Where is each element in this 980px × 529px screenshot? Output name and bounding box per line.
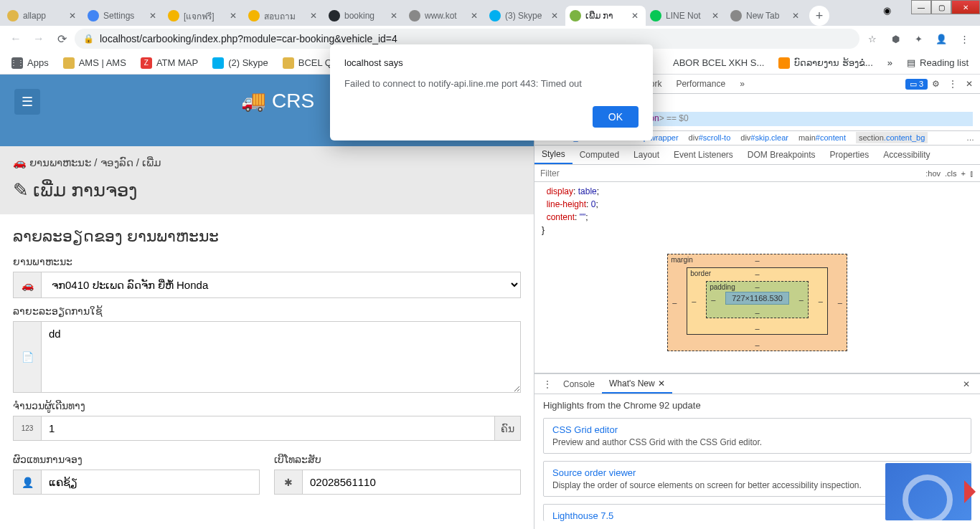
browser-tab[interactable]: LINE Not✕	[646, 6, 726, 26]
vehicle-label: ຍານພາຫະນະ	[13, 256, 521, 267]
devtools-issues-badge[interactable]: ▭ 3	[905, 79, 928, 90]
nav-reload[interactable]: ⟳	[52, 29, 72, 49]
tab-title: ເພີ່ມ ກາ	[585, 11, 631, 21]
tab-close-icon[interactable]: ✕	[69, 11, 79, 21]
drawer-close-icon[interactable]: ✕	[957, 379, 976, 389]
detail-textarea[interactable]: dd	[42, 321, 521, 393]
bookmark-item[interactable]: AMS | AMS	[57, 53, 132, 73]
breadcrumb: 🚗 ຍານພາຫະນະ / ຈອງລົດ / ເພີ່ມ	[0, 146, 534, 179]
bookmark-item[interactable]: ZATM MAP	[135, 53, 204, 73]
highlights-title: Highlights from the Chrome 92 update	[543, 400, 971, 411]
reading-list[interactable]: ▤Reading list	[901, 53, 974, 73]
browser-tab[interactable]: [แจกฟรี] ✕	[164, 6, 244, 26]
tab-favicon	[650, 10, 661, 22]
doc-addon-icon: 📄	[13, 321, 42, 393]
devtools-settings-icon[interactable]: ⚙	[928, 79, 944, 89]
nav-forward[interactable]: →	[29, 29, 49, 49]
tab-close-icon[interactable]: ✕	[310, 11, 320, 21]
tab-close-icon[interactable]: ✕	[792, 11, 802, 21]
vehicle-select[interactable]: ຈກ0410 ປະເພດ ລົດຈັກ ຍີ່ຫໍ້ Honda	[42, 272, 521, 298]
edit-icon: ✎	[13, 179, 29, 201]
devtools-close-icon[interactable]: ✕	[961, 79, 977, 89]
phone-input[interactable]	[303, 470, 521, 495]
browser-tab[interactable]: allapp✕	[3, 6, 83, 26]
extensions-icon[interactable]: ✦	[908, 29, 928, 49]
browser-tab[interactable]: ເພີ່ມ ກາ✕	[565, 6, 646, 26]
apps-shortcut[interactable]: ⋮⋮Apps	[6, 53, 55, 73]
tab-favicon	[168, 10, 179, 22]
tab-title: allapp	[23, 11, 69, 21]
tab-title: (3) Skype	[505, 11, 551, 21]
tab-close-icon[interactable]: ✕	[390, 11, 400, 21]
breadcrumb-seg[interactable]: ຍານພາຫະນະ	[29, 156, 91, 168]
browser-tab[interactable]: www.kot✕	[405, 6, 485, 26]
add-rule[interactable]: +	[961, 169, 966, 178]
tab-close-icon[interactable]: ✕	[551, 11, 561, 21]
chrome-profile-icon[interactable]: ◉	[877, 0, 897, 20]
browser-tab[interactable]: (3) Skype✕	[485, 6, 565, 26]
drawer-tab-console[interactable]: Console	[556, 374, 602, 394]
devtools-more-icon[interactable]: ⋮	[944, 79, 961, 89]
window-maximize[interactable]: ▢	[931, 0, 951, 14]
cls-toggle[interactable]: .cls	[945, 169, 957, 178]
url-text: localhost/carbooking/index.php?module=ca…	[100, 33, 397, 44]
passengers-unit: ຄົນ	[495, 416, 521, 441]
nav-back[interactable]: ←	[6, 29, 26, 49]
tab-favicon	[570, 10, 581, 22]
browser-tab[interactable]: สอบถาม✕	[244, 6, 324, 26]
bookmark-item[interactable]: ABOR BCEL XKH S...	[667, 53, 770, 73]
tab-favicon	[489, 10, 501, 22]
browser-tab[interactable]: New Tab✕	[726, 6, 806, 26]
hamburger-menu[interactable]: ☰	[14, 89, 40, 115]
tab-close-icon[interactable]: ✕	[631, 11, 641, 21]
tab-favicon	[88, 10, 99, 22]
video-thumbnail[interactable]	[885, 463, 971, 520]
window-close[interactable]: ✕	[951, 0, 980, 14]
dialog-message: Failed to connect to notify-api.line.me …	[344, 78, 639, 89]
star-icon[interactable]: ☆	[862, 29, 882, 49]
passengers-input[interactable]	[42, 416, 495, 441]
new-tab-button[interactable]: +	[809, 6, 829, 26]
page-title: ✎ ເພີ່ມ ການຈອງ	[0, 179, 534, 214]
styles-tab[interactable]: Properties	[823, 146, 877, 164]
bookmark-item[interactable]: ບົດລາຍງານ ຮ້ອງຂໍ...	[773, 53, 878, 73]
tab-close-icon[interactable]: ✕	[712, 11, 722, 21]
devtools-tab-performance[interactable]: Performance	[669, 75, 732, 93]
styles-tab[interactable]: Styles	[534, 146, 573, 164]
styles-tab[interactable]: Computed	[573, 146, 626, 164]
styles-filter-input[interactable]	[540, 168, 921, 178]
truck-icon: 🚚	[241, 89, 266, 113]
tab-close-icon[interactable]: ✕	[471, 11, 481, 21]
tab-title: booking	[344, 11, 390, 21]
bookmarks-overflow[interactable]: »	[882, 53, 898, 73]
browser-tab[interactable]: Settings✕	[83, 6, 164, 26]
breadcrumb-seg: ເພີ່ມ	[142, 156, 161, 168]
styles-tab[interactable]: DOM Breakpoints	[740, 146, 823, 164]
tab-title: LINE Not	[666, 11, 712, 21]
tab-favicon	[730, 10, 742, 22]
bookmark-item[interactable]: (2) Skype	[207, 53, 274, 73]
breadcrumb-seg[interactable]: ຈອງລົດ	[100, 156, 133, 168]
styles-tab[interactable]: Accessibility	[876, 146, 937, 164]
drawer-more-icon[interactable]: ⋮	[539, 379, 556, 389]
user-addon-icon: 👤	[13, 470, 42, 495]
tab-close-icon[interactable]: ✕	[149, 11, 159, 21]
chrome-menu-icon[interactable]: ⋮	[954, 29, 974, 49]
styles-tab[interactable]: Layout	[626, 146, 666, 164]
css-rules[interactable]: display: table; line-height: 0; content:…	[534, 182, 980, 239]
drawer-tab-whatsnew[interactable]: What's New ✕	[602, 374, 672, 394]
devtools-tab-more[interactable]: »	[732, 75, 752, 93]
hov-toggle[interactable]: :hov	[925, 169, 941, 178]
styles-tab[interactable]: Event Listeners	[666, 146, 740, 164]
whatsnew-card[interactable]: CSS Grid editor Preview and author CSS G…	[543, 418, 971, 454]
window-minimize[interactable]: —	[911, 0, 931, 14]
panel-toggle-icon[interactable]: ⫿	[970, 169, 974, 178]
tab-close-icon[interactable]: ✕	[230, 11, 240, 21]
owner-input[interactable]	[42, 470, 260, 495]
tab-title: New Tab	[746, 11, 792, 21]
extension-cube-icon[interactable]: ⬢	[885, 29, 905, 49]
dialog-ok-button[interactable]: OK	[593, 106, 639, 128]
profile-avatar-icon[interactable]: 👤	[931, 29, 951, 49]
tab-title: Settings	[103, 11, 149, 21]
browser-tab[interactable]: booking✕	[324, 6, 405, 26]
